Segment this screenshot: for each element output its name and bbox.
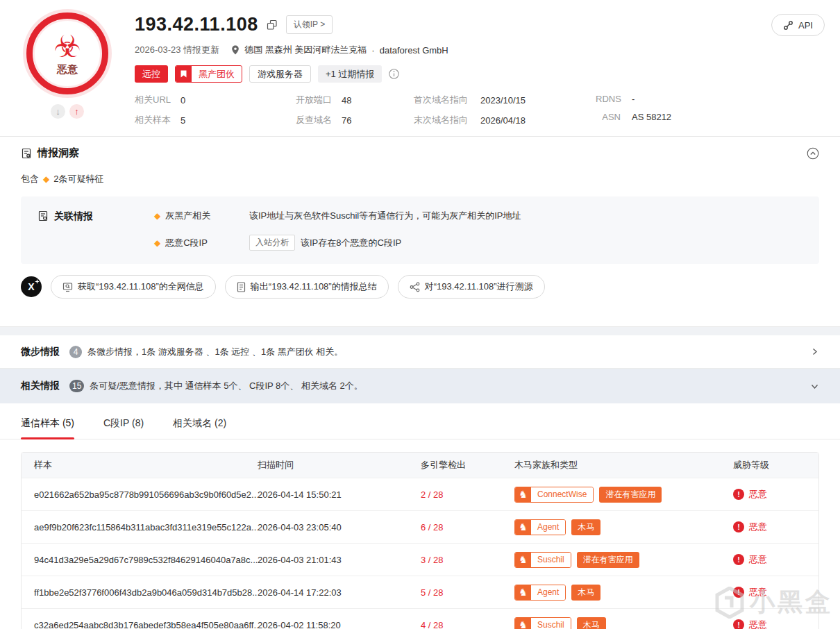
associated-intel-box: 关联情报 ◆灰黑产相关 该IP地址与灰色软件Suschil等有通信行为，可能为灰… xyxy=(21,196,819,264)
weibu-intel-label: 微步情报 xyxy=(21,346,60,358)
table-header-row: 样本 扫描时间 多引擎检出 木马家族和类型 威胁等级 xyxy=(22,453,818,478)
document-icon xyxy=(237,282,246,292)
ai-fullnet-info-button[interactable]: 获取“193.42.11.108”的全网信息 xyxy=(51,275,216,299)
family-badge[interactable]: ♞Suschil xyxy=(514,617,571,629)
api-icon xyxy=(783,20,793,31)
associated-intel-label: 关联情报 xyxy=(37,210,154,251)
tag-expired-intel[interactable]: +1 过期情报 xyxy=(318,65,382,83)
threat-alert-icon: ! xyxy=(733,554,744,565)
ai-assistant-logo[interactable]: X xyxy=(21,276,42,297)
col-header-family: 木马家族和类型 xyxy=(514,459,733,471)
verdict-label: 恶意 xyxy=(57,63,78,76)
feature-malicious-csegment: ◆恶意C段IP 入站分析 该IP存在8个恶意的C段IP xyxy=(154,235,521,251)
sample-hash[interactable]: ff1bbe2e52f3776f006f43db2a9b046a059d314b… xyxy=(22,587,258,598)
table-row[interactable]: ae9f9b20f623fc115864b311abac3fd311e319e5… xyxy=(22,510,818,543)
meta-row: 2026-03-23 情报更新 德国 黑森州 美因河畔法兰克福 · datafo… xyxy=(135,44,819,56)
stat-reverse-domains: 反查域名76 xyxy=(296,114,414,126)
ip-header: API ☣ 恶意 ↓ ↑ 193.42.11.108 xyxy=(0,0,840,137)
weibu-intel-text: 条微步情报，1条 游戏服务器 、1条 远控 、1条 黑产团伙 相关。 xyxy=(87,346,343,358)
api-button[interactable]: API xyxy=(771,14,825,36)
inbound-analysis-button[interactable]: 入站分析 xyxy=(249,235,295,251)
collapse-icon[interactable] xyxy=(807,147,819,160)
diamond-icon: ◆ xyxy=(43,174,49,184)
trace-graph-icon xyxy=(410,282,420,292)
malware-type-badge: 潜在有害应用 xyxy=(599,487,662,503)
tab-comm-samples[interactable]: 通信样本 (5) xyxy=(21,417,74,439)
trojan-horse-icon: ♞ xyxy=(515,618,531,629)
trojan-horse-icon: ♞ xyxy=(515,520,531,535)
col-header-sample: 样本 xyxy=(22,459,258,471)
tab-c-segment-ip[interactable]: C段IP (8) xyxy=(103,417,144,439)
copy-icon[interactable] xyxy=(267,19,278,31)
vote-down-button[interactable]: ↓ xyxy=(51,104,65,119)
sample-hash[interactable]: c32a6ed254aabc8d3b176abedef3b58ea4f505e8… xyxy=(22,620,258,629)
samples-table: 样本 扫描时间 多引擎检出 木马家族和类型 威胁等级 e021662a652ba… xyxy=(21,452,819,629)
col-header-threat-level: 威胁等级 xyxy=(733,459,818,471)
ai-actions-row: X 获取“193.42.11.108”的全网信息 输出“193.42.11.10… xyxy=(21,275,819,299)
stat-rdns: RDNS- xyxy=(596,94,819,104)
feature-gray-industry: ◆灰黑产相关 该IP地址与灰色软件Suschil等有通信行为，可能为灰产相关的I… xyxy=(154,210,521,222)
sample-hash[interactable]: e021662a652ba95c8778b991056696ab3c9b0f60… xyxy=(22,489,258,500)
location-pin-icon xyxy=(231,45,240,55)
related-intel-row[interactable]: 相关情报 15 条可疑/恶意情报，其中 通信样本 5个、 C段IP 8个、 相关… xyxy=(0,369,840,403)
tag-game-server[interactable]: 游戏服务器 xyxy=(249,65,311,83)
table-row[interactable]: e021662a652ba95c8778b991056696ab3c9b0f60… xyxy=(22,478,818,510)
section-divider-band xyxy=(0,326,840,335)
intel-insight-section: 情报洞察 包含 ◆ 2条可疑特征 关联情报 ◆灰黑产相关 该IP地址与灰色软件S… xyxy=(0,137,840,312)
stats-grid: 相关URL0 相关样本5 开放端口48 反查域名76 首次域名指向2023/10… xyxy=(135,94,819,126)
threat-alert-icon: ! xyxy=(733,489,744,500)
vote-up-button[interactable]: ↑ xyxy=(69,104,84,119)
col-header-detection: 多引擎检出 xyxy=(421,459,514,471)
trojan-horse-icon: ♞ xyxy=(515,585,531,600)
claim-ip-button[interactable]: 认领IP > xyxy=(286,15,333,34)
malware-type-badge: 潜在有害应用 xyxy=(577,552,639,568)
insight-summary: 包含 ◆ 2条可疑特征 xyxy=(21,173,819,185)
intel-update-date: 2026-03-23 情报更新 xyxy=(135,44,219,56)
chevron-right-icon[interactable] xyxy=(810,347,819,356)
diamond-icon: ◆ xyxy=(154,238,160,248)
table-row[interactable]: c32a6ed254aabc8d3b176abedef3b58ea4f505e8… xyxy=(22,608,818,629)
weibu-intel-row[interactable]: 微步情报 4 条微步情报，1条 游戏服务器 、1条 远控 、1条 黑产团伙 相关… xyxy=(0,335,840,369)
threat-alert-icon: ! xyxy=(733,521,744,532)
stat-open-ports: 开放端口48 xyxy=(296,94,414,106)
table-row[interactable]: ff1bbe2e52f3776f006f43db2a9b046a059d314b… xyxy=(22,576,818,608)
related-intel-label: 相关情报 xyxy=(21,380,60,392)
sample-hash[interactable]: ae9f9b20f623fc115864b311abac3fd311e319e5… xyxy=(22,522,258,532)
info-icon[interactable] xyxy=(389,69,399,79)
ai-intel-summary-button[interactable]: 输出“193.42.11.108”的情报总结 xyxy=(225,275,389,299)
ip-title: 193.42.11.108 xyxy=(135,14,258,35)
tags-row: 远控 黑产团伙 游戏服务器 +1 过期情报 xyxy=(135,65,819,83)
api-label: API xyxy=(798,20,813,31)
threat-alert-icon: ! xyxy=(733,587,744,598)
family-badge[interactable]: ♞Suschil xyxy=(514,552,571,568)
biohazard-icon: ☣ xyxy=(53,31,81,62)
verdict-column: ☣ 恶意 ↓ ↑ xyxy=(21,12,114,126)
tab-related-domains[interactable]: 相关域名 (2) xyxy=(173,417,226,439)
stat-first-seen: 首次域名指向2023/10/15 xyxy=(414,94,596,106)
related-tabs: 通信样本 (5) C段IP (8) 相关域名 (2) xyxy=(0,417,840,439)
family-badge[interactable]: ♞Agent xyxy=(514,585,566,601)
col-header-scan-time: 扫描时间 xyxy=(258,459,421,471)
stat-last-seen: 末次域名指向2026/04/18 xyxy=(414,114,596,126)
linked-doc-icon xyxy=(37,210,49,221)
org-name: dataforest GmbH xyxy=(380,45,448,56)
malware-type-badge: 木马 xyxy=(577,617,606,629)
bookmark-icon xyxy=(176,66,192,82)
insight-title: 情报洞察 xyxy=(37,146,79,160)
family-badge[interactable]: ♞Agent xyxy=(514,519,566,535)
ai-trace-source-button[interactable]: 对“193.42.11.108”进行溯源 xyxy=(398,275,545,299)
table-row[interactable]: 94c41d3a29e5a29d67c7989c532f84629146040a… xyxy=(22,543,818,576)
malware-type-badge: 木马 xyxy=(571,519,600,535)
tag-black-gang[interactable]: 黑产团伙 xyxy=(175,65,242,83)
family-badge[interactable]: ♞ConnectWise xyxy=(514,487,594,503)
chevron-down-icon[interactable] xyxy=(810,382,819,391)
tag-remote-control[interactable]: 远控 xyxy=(135,65,168,83)
related-count-badge: 15 xyxy=(69,380,84,392)
stat-related-url: 相关URL0 xyxy=(135,94,296,106)
geo-location: 德国 黑森州 美因河畔法兰克福 xyxy=(244,44,367,56)
sample-hash[interactable]: 94c41d3a29e5a29d67c7989c532f84629146040a… xyxy=(22,555,258,565)
screen-search-icon xyxy=(62,282,73,292)
malware-type-badge: 木马 xyxy=(571,585,600,601)
header-main: 193.42.11.108 认领IP > 2026-03-23 情报更新 德国 … xyxy=(114,12,819,126)
stat-asn: ASNAS 58212 xyxy=(596,112,819,122)
